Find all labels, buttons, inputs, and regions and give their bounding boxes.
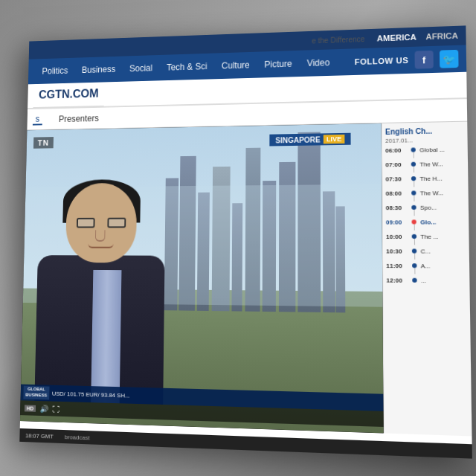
schedule-item-5[interactable]: 09:00 Glo...	[386, 219, 466, 231]
schedule-name-0: Global ...	[419, 147, 445, 154]
volume-icon[interactable]: 🔊	[40, 405, 49, 413]
location-text: SINGAPORE	[275, 135, 320, 144]
schedule-name-5: Glo...	[420, 219, 436, 226]
ticker-stocks: USD/ 101.75 EUR/ 93.84 SH...	[52, 390, 130, 399]
ticker-label: GLOBAL BUSINESS	[23, 386, 49, 399]
second-nav-presenters[interactable]: Presenters	[56, 113, 102, 124]
side-panel-title: English Ch...	[385, 126, 464, 136]
schedule-time-6: 10:00	[386, 234, 408, 240]
schedule-time-2: 07:30	[385, 176, 407, 182]
nav-video[interactable]: Video	[300, 49, 338, 77]
head	[65, 183, 137, 263]
schedule-dot-9	[412, 278, 416, 283]
region-america[interactable]: AMERICA	[377, 33, 416, 43]
browser-window: e the Difference AMERICA AFRICA Politics…	[19, 25, 472, 458]
schedule-name-3: The W...	[420, 190, 444, 197]
difference-text: e the Difference	[309, 35, 367, 45]
video-section: TN SINGAPORE LIVE GLOBAL BUSINESS USD/ 1…	[20, 123, 384, 434]
schedule-name-2: The H...	[419, 176, 442, 183]
glasses	[77, 218, 126, 228]
hd-badge: HD	[25, 405, 36, 411]
schedule-name-9: ...	[421, 277, 426, 285]
schedule-time-5: 09:00	[386, 219, 408, 225]
schedule-item-6[interactable]: 10:00 The ...	[386, 234, 466, 245]
location-badge: SINGAPORE LIVE	[269, 133, 350, 147]
schedule-name-8: A...	[421, 263, 431, 270]
schedule-item-1[interactable]: 07:00 The W...	[385, 161, 465, 173]
glasses-left	[77, 218, 95, 228]
nav-social[interactable]: Social	[122, 55, 159, 82]
broadcast-label: broadcast	[65, 434, 90, 441]
schedule-time-4: 08:30	[386, 205, 408, 211]
nose	[95, 230, 106, 242]
nav-social-follow: FOLLOW US f 🐦	[355, 50, 459, 71]
nav-culture[interactable]: Culture	[214, 52, 257, 80]
side-panel-date: 2017.01...	[385, 136, 464, 144]
side-panel: English Ch... 2017.01... 06:00 Global ..…	[382, 122, 472, 437]
schedule-name-1: The W...	[419, 161, 443, 168]
schedule-item-2[interactable]: 07:30 The H...	[385, 175, 465, 187]
schedule-time-3: 08:00	[386, 190, 408, 196]
schedule-item-4[interactable]: 08:30 Spo...	[386, 204, 466, 216]
schedule-item-7[interactable]: 10:30 C...	[386, 248, 466, 260]
video-frame: TN SINGAPORE LIVE GLOBAL BUSINESS USD/ 1…	[20, 123, 384, 434]
mouth	[88, 244, 113, 248]
nav-business[interactable]: Business	[74, 57, 123, 83]
cgtn-video-logo: TN	[33, 137, 54, 149]
schedule-item-0[interactable]: 06:00 Global ...	[385, 146, 465, 158]
schedule-time-9: 12:00	[386, 277, 408, 284]
person-body	[21, 182, 224, 407]
live-badge: LIVE	[324, 135, 345, 144]
schedule-item-3[interactable]: 08:00 The W...	[386, 190, 466, 202]
nav-picture[interactable]: Picture	[257, 51, 300, 78]
schedule-time-1: 07:00	[385, 161, 407, 168]
schedule-list: 06:00 Global ... 07:00 The W... 07:30 Th…	[385, 146, 466, 285]
fullscreen-icon[interactable]: ⛶	[53, 405, 60, 413]
broadcast-time: 18:07 GMT	[25, 432, 54, 440]
schedule-name-7: C...	[420, 248, 430, 255]
nav-politics[interactable]: Politics	[35, 58, 75, 84]
region-africa[interactable]: AFRICA	[425, 31, 458, 41]
schedule-name-4: Spo...	[420, 205, 437, 212]
main-content: TN SINGAPORE LIVE GLOBAL BUSINESS USD/ 1…	[20, 122, 472, 437]
schedule-time-7: 10:30	[386, 248, 408, 254]
schedule-name-6: The ...	[420, 234, 438, 241]
schedule-time-0: 06:00	[385, 147, 407, 155]
glasses-right	[107, 218, 126, 228]
schedule-item-9[interactable]: 12:00 ...	[386, 277, 466, 285]
schedule-item-8[interactable]: 11:00 A...	[386, 263, 466, 274]
facebook-icon[interactable]: f	[415, 51, 434, 69]
follow-us-label: FOLLOW US	[355, 56, 409, 66]
twitter-icon[interactable]: 🐦	[440, 50, 459, 68]
nav-tech[interactable]: Tech & Sci	[159, 54, 214, 81]
site-logo[interactable]: CGTN.COM	[33, 81, 104, 108]
schedule-time-8: 11:00	[386, 263, 408, 269]
shirt	[91, 270, 121, 403]
second-nav-s[interactable]: s	[33, 114, 42, 125]
